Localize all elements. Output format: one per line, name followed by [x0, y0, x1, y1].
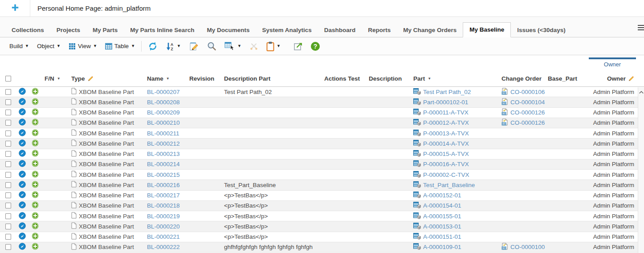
- add-icon[interactable]: [32, 150, 39, 158]
- baseline-link[interactable]: BL-0000218: [147, 202, 180, 209]
- add-icon[interactable]: [32, 98, 39, 106]
- table-row[interactable]: XBOM Baseline Part BL-0000213 P-000015-A…: [0, 149, 644, 159]
- column-header-actions-test[interactable]: Actions Test: [322, 71, 366, 86]
- navigate-icon[interactable]: [19, 191, 26, 200]
- table-row[interactable]: XBOM Baseline Part BL-0000208 Part-00001…: [0, 97, 644, 107]
- row-checkbox[interactable]: [5, 172, 11, 178]
- navigate-icon[interactable]: [19, 222, 26, 231]
- tab-my-parts[interactable]: My Parts: [86, 23, 124, 37]
- refresh-button[interactable]: [144, 40, 162, 53]
- row-checkbox[interactable]: [5, 131, 11, 136]
- add-icon[interactable]: [32, 243, 39, 251]
- row-checkbox[interactable]: [5, 203, 11, 208]
- tab-my-documents[interactable]: My Documents: [200, 23, 256, 37]
- tab-overflow-menu-icon[interactable]: [637, 24, 644, 33]
- tab-issues-30days[interactable]: Issues (<30days): [511, 23, 571, 37]
- baseline-link[interactable]: BL-0000211: [147, 130, 179, 137]
- add-icon[interactable]: [32, 222, 39, 231]
- tab-dashboard[interactable]: Dashboard: [318, 23, 362, 37]
- part-link[interactable]: P-000015-A-TVX: [423, 151, 469, 157]
- tab-my-parts-inline-search[interactable]: My Parts Inline Search: [124, 23, 200, 37]
- tab-projects[interactable]: Projects: [50, 23, 86, 37]
- row-checkbox[interactable]: [5, 224, 11, 229]
- add-icon[interactable]: [32, 129, 39, 138]
- change-order-link[interactable]: CO-0000104: [510, 99, 545, 106]
- row-checkbox[interactable]: [5, 89, 11, 95]
- table-row[interactable]: XBOM Baseline Part BL-0000217 <p>TestBas…: [0, 191, 644, 201]
- sort-button[interactable]: AZ ▼: [162, 40, 185, 53]
- baseline-link[interactable]: BL-0000219: [147, 213, 180, 220]
- table-row[interactable]: XBOM Baseline Part BL-0000216 Test_Part_…: [0, 180, 644, 190]
- add-icon[interactable]: [32, 171, 39, 179]
- row-checkbox[interactable]: [5, 213, 11, 219]
- navigate-icon[interactable]: [19, 129, 26, 138]
- part-link[interactable]: Test_Part_Baseline: [423, 182, 475, 188]
- table-row[interactable]: XBOM Baseline Part BL-0000215 P-000002-C…: [0, 170, 644, 180]
- add-icon[interactable]: [32, 191, 39, 200]
- baseline-link[interactable]: BL-0000222: [147, 244, 180, 250]
- vertical-scrollbar[interactable]: [638, 87, 644, 253]
- table-row[interactable]: XBOM Baseline Part BL-0000211 P-000013-A…: [0, 128, 644, 139]
- column-header-name[interactable]: Name▼: [144, 71, 187, 86]
- table-row[interactable]: XBOM Baseline Part BL-0000219 <p>TestBas…: [0, 211, 644, 221]
- tab-collections[interactable]: Collections: [5, 23, 50, 37]
- paste-button[interactable]: ▼: [262, 40, 285, 53]
- select-rows-button[interactable]: ▼: [220, 40, 245, 53]
- column-header-revision[interactable]: Revision: [187, 71, 221, 86]
- row-checkbox[interactable]: [5, 120, 11, 126]
- part-link[interactable]: P-000012-A-TVX: [423, 119, 469, 126]
- row-checkbox[interactable]: [5, 192, 11, 198]
- table-row[interactable]: XBOM Baseline Part BL-0000214 P-000016-A…: [0, 159, 644, 170]
- table-row[interactable]: XBOM Baseline Part BL-0000221 <p>TestBas…: [0, 232, 644, 242]
- app-logo-button[interactable]: [0, 0, 30, 16]
- object-menu-button[interactable]: Object▼: [33, 41, 65, 51]
- column-header-fn[interactable]: F/N▼: [42, 71, 69, 86]
- edit-button[interactable]: [185, 40, 203, 53]
- baseline-link[interactable]: BL-0000210: [147, 119, 180, 126]
- table-row[interactable]: XBOM Baseline Part BL-0000212 P-000014-A…: [0, 139, 644, 149]
- change-order-link[interactable]: CO-0000126: [510, 119, 545, 126]
- part-link[interactable]: P-000014-A-TVX: [423, 140, 469, 147]
- part-link[interactable]: A-0000151-01: [423, 233, 461, 240]
- row-checkbox[interactable]: [5, 161, 11, 167]
- baseline-link[interactable]: BL-0000207: [147, 89, 180, 95]
- table-row[interactable]: XBOM Baseline Part BL-0000207 Test Part …: [0, 87, 644, 97]
- part-link[interactable]: A-0000155-01: [423, 213, 461, 220]
- row-checkbox[interactable]: [5, 151, 11, 157]
- part-link[interactable]: Test Part Path_02: [423, 89, 471, 95]
- navigate-icon[interactable]: [19, 108, 26, 117]
- view-menu-button[interactable]: View▼: [65, 41, 101, 52]
- part-link[interactable]: Part-0000102-01: [423, 99, 468, 106]
- navigate-icon[interactable]: [19, 139, 26, 148]
- baseline-link[interactable]: BL-0000213: [147, 151, 180, 157]
- scroll-up-arrow-icon[interactable]: [639, 89, 644, 96]
- navigate-icon[interactable]: [19, 201, 26, 210]
- tab-my-change-orders[interactable]: My Change Orders: [397, 23, 463, 37]
- navigate-icon[interactable]: [19, 243, 26, 251]
- navigate-icon[interactable]: [19, 88, 26, 96]
- navigate-icon[interactable]: [19, 98, 26, 106]
- part-link[interactable]: A-0000154-01: [423, 202, 461, 209]
- part-link[interactable]: P-000002-C-TVX: [423, 171, 469, 178]
- baseline-link[interactable]: BL-0000208: [147, 99, 180, 106]
- change-order-link[interactable]: CO-0000100: [510, 244, 545, 250]
- tab-reports[interactable]: Reports: [362, 23, 397, 37]
- row-checkbox[interactable]: [5, 99, 11, 105]
- navigate-icon[interactable]: [19, 171, 26, 179]
- baseline-link[interactable]: BL-0000212: [147, 140, 180, 147]
- add-icon[interactable]: [32, 160, 39, 168]
- tab-my-baseline[interactable]: My Baseline: [463, 22, 511, 37]
- navigate-icon[interactable]: [19, 233, 26, 241]
- select-all-checkbox[interactable]: [5, 76, 11, 82]
- cut-button[interactable]: [245, 40, 262, 53]
- export-button[interactable]: [289, 40, 306, 53]
- navigate-icon[interactable]: [19, 212, 26, 220]
- add-icon[interactable]: [32, 118, 39, 127]
- table-row[interactable]: XBOM Baseline Part BL-0000220 <p>TestBas…: [0, 221, 644, 232]
- baseline-link[interactable]: BL-0000216: [147, 182, 180, 188]
- row-checkbox[interactable]: [5, 244, 11, 250]
- row-checkbox[interactable]: [5, 141, 11, 147]
- change-order-link[interactable]: CO-0000106: [510, 89, 545, 95]
- column-header-base-part[interactable]: Base_Part: [545, 71, 588, 86]
- add-icon[interactable]: [32, 212, 39, 220]
